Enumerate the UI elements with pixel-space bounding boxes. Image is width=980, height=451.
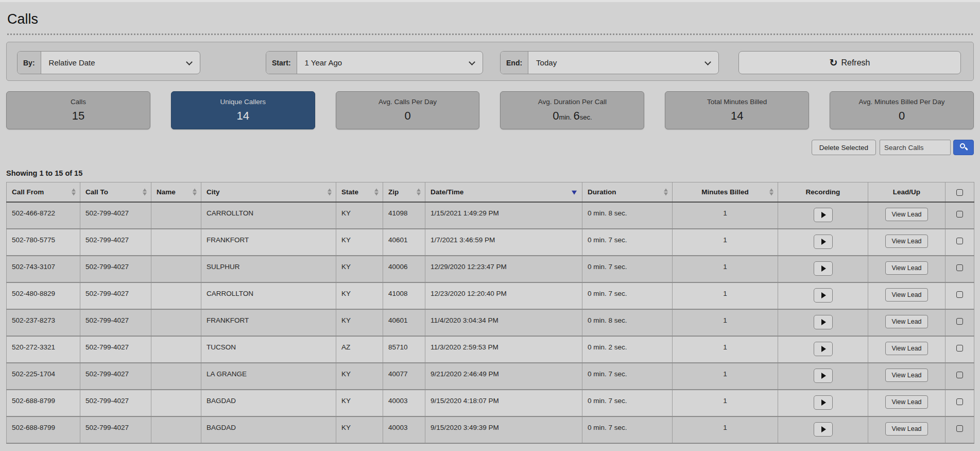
column-header-zip[interactable]: Zip xyxy=(383,182,425,203)
cell-zip: 85710 xyxy=(383,336,425,363)
cell-datetime: 12/29/2020 12:23:47 PM xyxy=(425,256,582,282)
cell-lead: View Lead xyxy=(868,256,945,282)
column-label-city: City xyxy=(207,188,220,196)
stat-card-avg-calls-per-day[interactable]: Avg. Calls Per Day0 xyxy=(336,91,480,129)
sort-desc-icon xyxy=(572,191,577,195)
stat-card-label: Avg. Duration Per Call xyxy=(501,98,644,106)
cell-recording xyxy=(778,282,868,309)
play-recording-button[interactable] xyxy=(814,208,833,222)
sort-icon xyxy=(143,188,147,195)
page-title: Calls xyxy=(0,2,980,34)
table-row: 502-743-3107502-799-4027SULPHURKY4000612… xyxy=(7,256,974,282)
play-icon xyxy=(821,399,826,406)
view-lead-button[interactable]: View Lead xyxy=(885,369,927,382)
refresh-button[interactable]: ↻ Refresh xyxy=(738,51,961,74)
play-icon xyxy=(821,212,826,218)
play-recording-button[interactable] xyxy=(814,342,833,356)
view-lead-button[interactable]: View Lead xyxy=(885,422,927,436)
row-checkbox[interactable] xyxy=(956,345,963,352)
stat-card-value: 14 xyxy=(665,109,809,123)
filter-end-select[interactable]: Today xyxy=(528,52,718,74)
column-header-minutes-billed[interactable]: Minutes Billed xyxy=(673,182,778,203)
cell-select xyxy=(945,390,974,416)
stat-card-value: 0 xyxy=(830,109,973,123)
cell-lead: View Lead xyxy=(868,363,945,390)
column-header-city[interactable]: City xyxy=(201,182,336,203)
delete-selected-button[interactable]: Delete Selected xyxy=(812,140,876,155)
row-checkbox[interactable] xyxy=(956,238,963,244)
column-header-name[interactable]: Name xyxy=(151,182,201,203)
filter-by-select[interactable]: Relative Date xyxy=(41,52,200,74)
cell-state: KY xyxy=(336,309,383,336)
column-header-duration[interactable]: Duration xyxy=(582,182,673,203)
view-lead-button[interactable]: View Lead xyxy=(885,261,927,275)
cell-name xyxy=(151,416,201,443)
stat-card-value: 0min. 6sec. xyxy=(501,109,644,123)
select-all-checkbox[interactable] xyxy=(956,189,963,196)
sort-icon xyxy=(328,188,332,195)
cell-zip: 41008 xyxy=(383,282,425,309)
view-lead-button[interactable]: View Lead xyxy=(885,208,927,221)
column-label-call-from: Call From xyxy=(12,188,44,196)
play-recording-button[interactable] xyxy=(814,288,833,303)
play-recording-button[interactable] xyxy=(814,315,833,329)
filter-end-label: End: xyxy=(501,52,528,74)
stat-card-unique-callers[interactable]: Unique Callers14 xyxy=(171,91,315,129)
play-recording-button[interactable] xyxy=(814,369,833,383)
view-lead-button[interactable]: View Lead xyxy=(885,342,927,355)
column-header-recording: Recording xyxy=(778,182,868,203)
column-header-select[interactable] xyxy=(945,182,974,203)
filter-end-group: End: Today xyxy=(500,51,719,74)
row-checkbox[interactable] xyxy=(956,291,963,298)
filter-start-select[interactable]: 1 Year Ago xyxy=(297,52,483,74)
play-recording-button[interactable] xyxy=(814,261,833,276)
cell-minutes-billed: 1 xyxy=(673,256,778,282)
cell-recording xyxy=(778,309,868,336)
cell-city: BAGDAD xyxy=(201,390,336,416)
play-icon xyxy=(821,319,826,325)
cell-select xyxy=(945,229,974,256)
column-header-call-from[interactable]: Call From xyxy=(7,182,80,203)
view-lead-button[interactable]: View Lead xyxy=(885,235,927,248)
column-header-call-to[interactable]: Call To xyxy=(80,182,151,203)
stat-card-avg-duration-per-call[interactable]: Avg. Duration Per Call0min. 6sec. xyxy=(500,91,644,129)
cell-city: LA GRANGE xyxy=(201,363,336,390)
row-checkbox[interactable] xyxy=(956,398,963,405)
table-row: 520-272-3321502-799-4027TUCSONAZ8571011/… xyxy=(7,336,974,363)
column-header-state[interactable]: State xyxy=(336,182,383,203)
row-checkbox[interactable] xyxy=(956,211,963,218)
cell-recording xyxy=(778,390,868,416)
stat-card-avg-minutes-billed-per-day[interactable]: Avg. Minutes Billed Per Day0 xyxy=(830,91,974,129)
row-checkbox[interactable] xyxy=(956,318,963,325)
view-lead-button[interactable]: View Lead xyxy=(885,315,927,328)
row-checkbox[interactable] xyxy=(956,425,963,432)
table-row: 502-688-8799502-799-4027BAGDADKY400039/1… xyxy=(7,416,974,443)
search-button[interactable] xyxy=(953,140,974,155)
calls-table: Call FromCall ToNameCityStateZipDate/Tim… xyxy=(6,182,974,444)
cell-lead: View Lead xyxy=(868,282,945,309)
cell-datetime: 9/21/2020 2:46:49 PM xyxy=(425,363,582,390)
play-recording-button[interactable] xyxy=(814,395,833,410)
cell-zip: 40003 xyxy=(383,390,425,416)
cell-minutes-billed: 1 xyxy=(673,390,778,416)
cell-duration: 0 min. 7 sec. xyxy=(582,229,673,256)
row-checkbox[interactable] xyxy=(956,372,963,378)
play-recording-button[interactable] xyxy=(814,235,833,249)
view-lead-button[interactable]: View Lead xyxy=(885,395,927,409)
column-label-recording: Recording xyxy=(806,188,840,196)
column-header-datetime[interactable]: Date/Time xyxy=(425,182,582,203)
search-calls-input[interactable] xyxy=(880,140,951,155)
play-recording-button[interactable] xyxy=(814,422,833,437)
dotted-divider xyxy=(7,34,973,35)
row-checkbox[interactable] xyxy=(956,264,963,271)
filter-by-group: By: Relative Date xyxy=(17,51,200,74)
refresh-button-label: Refresh xyxy=(841,58,870,68)
stat-card-total-minutes-billed[interactable]: Total Minutes Billed14 xyxy=(665,91,809,129)
cell-call-from: 502-225-1704 xyxy=(7,363,80,390)
view-lead-button[interactable]: View Lead xyxy=(885,288,927,302)
cell-select xyxy=(945,363,974,390)
cell-call-from: 520-272-3321 xyxy=(7,336,80,363)
cell-datetime: 11/4/2020 3:04:34 PM xyxy=(425,309,582,336)
stat-card-calls[interactable]: Calls15 xyxy=(6,91,150,129)
cell-minutes-billed: 1 xyxy=(673,282,778,309)
